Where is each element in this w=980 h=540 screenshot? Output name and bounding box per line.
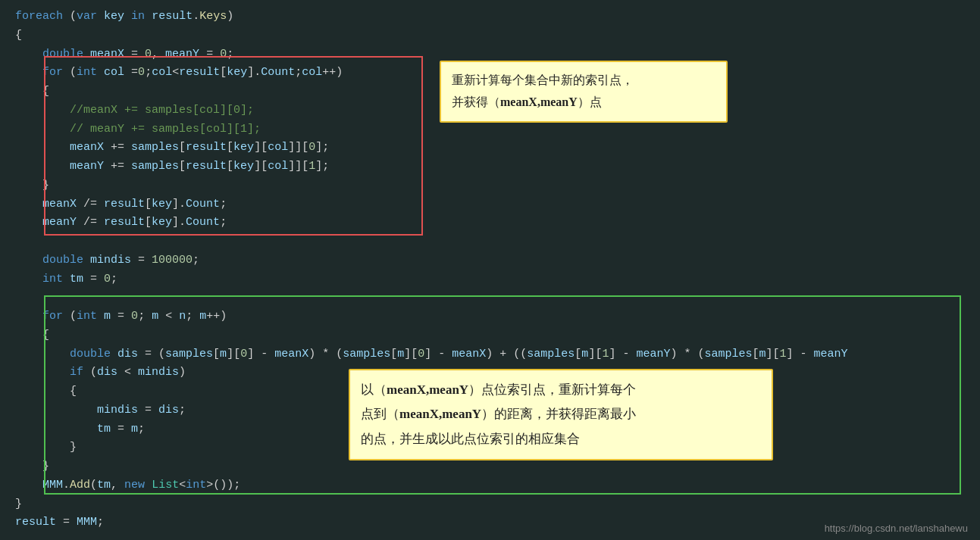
annotation-box-1: 重新计算每个集合中新的索引点，并获得（meanX,meanY）点 bbox=[440, 61, 728, 123]
code-line-8: meanX += samples[result[key][col]][0]; bbox=[15, 139, 965, 158]
code-line-18: { bbox=[15, 326, 965, 345]
code-line-28: result = MMM; bbox=[15, 513, 965, 532]
footer-link: https://blog.csdn.net/lanshahewu bbox=[825, 523, 968, 534]
code-line-10: } bbox=[15, 176, 965, 195]
code-line-26: MMM.Add(tm, new List<int>()); bbox=[15, 476, 965, 495]
code-container: foreach (var key in result.Keys) { doubl… bbox=[0, 0, 980, 540]
code-line-13 bbox=[15, 233, 965, 251]
code-line-7: // meanY += samples[col][1]; bbox=[15, 120, 965, 139]
code-line-2: { bbox=[15, 27, 965, 45]
code-line-14: double mindis = 100000; bbox=[15, 251, 965, 270]
code-line-19: double dis = (samples[m][0] - meanX) * (… bbox=[15, 345, 965, 364]
annotation-2-text: 以（meanX,meanY）点位索引点，重新计算每个点到（meanX,meanY… bbox=[361, 382, 636, 446]
code-line-16 bbox=[15, 289, 965, 307]
annotation-1-text: 重新计算每个集合中新的索引点，并获得（meanX,meanY）点 bbox=[452, 73, 634, 108]
code-line-9: meanY += samples[result[key][col]][1]; bbox=[15, 158, 965, 176]
code-line-27: } bbox=[15, 495, 965, 514]
annotation-box-2: 以（meanX,meanY）点位索引点，重新计算每个点到（meanX,meanY… bbox=[349, 369, 773, 460]
code-line-12: meanY /= result[key].Count; bbox=[15, 214, 965, 233]
code-line-15: int tm = 0; bbox=[15, 270, 965, 289]
code-line-17: for (int m = 0; m < n; m++) bbox=[15, 307, 965, 326]
code-line-1: foreach (var key in result.Keys) bbox=[15, 8, 965, 27]
code-line-11: meanX /= result[key].Count; bbox=[15, 195, 965, 214]
